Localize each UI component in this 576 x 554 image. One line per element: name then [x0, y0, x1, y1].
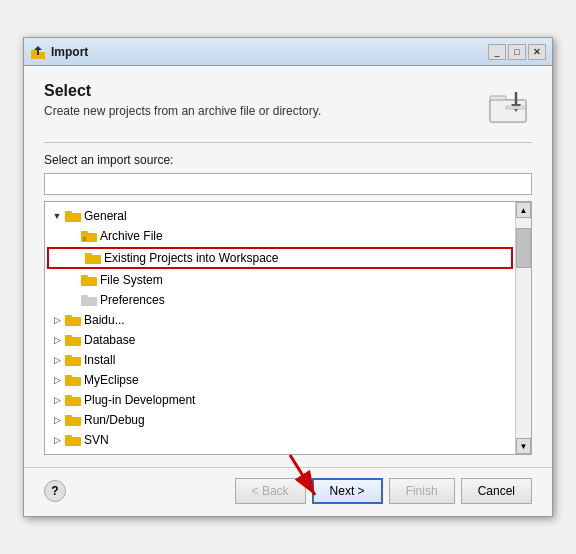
maximize-button[interactable]: □ [508, 44, 526, 60]
svg-rect-32 [65, 415, 72, 419]
tree-item-general[interactable]: ▼ General [45, 206, 515, 226]
expand-run-debug[interactable]: ▷ [49, 412, 65, 428]
header-text: Select Create new projects from an archi… [44, 82, 484, 118]
tree-item-file-system[interactable]: ▷ File System [45, 270, 515, 290]
baidu-label: Baidu... [84, 313, 125, 327]
folder-database-icon [65, 333, 81, 347]
scroll-thumb[interactable] [516, 228, 531, 268]
button-row: ? < Back Next > Finish Cancel [44, 478, 532, 504]
folder-baidu-icon [65, 313, 81, 327]
svg-rect-9 [506, 106, 526, 109]
title-bar-left: Import [30, 44, 88, 60]
window-title: Import [51, 45, 88, 59]
expand-general[interactable]: ▼ [49, 208, 65, 224]
expand-baidu[interactable]: ▷ [49, 312, 65, 328]
svg-marker-2 [34, 46, 42, 50]
general-label: General [84, 209, 127, 223]
svg-rect-26 [65, 355, 72, 359]
dialog-footer: ? < Back Next > Finish Cancel [24, 467, 552, 516]
expand-myeclipse[interactable]: ▷ [49, 372, 65, 388]
dialog-title: Select [44, 82, 484, 100]
title-bar: Import _ □ ✕ [24, 38, 552, 66]
plugin-dev-label: Plug-in Development [84, 393, 195, 407]
folder-general-icon [65, 209, 81, 223]
tree-item-archive-file[interactable]: ▷ ≡ Archive File [45, 226, 515, 246]
folder-run-debug-icon [65, 413, 81, 427]
tree-item-svn[interactable]: ▷ SVN [45, 430, 515, 450]
tree-item-install[interactable]: ▷ Install [45, 350, 515, 370]
tree-container: ▼ General ▷ ≡ Archive File [44, 201, 532, 455]
database-label: Database [84, 333, 135, 347]
folder-myeclipse-icon [65, 373, 81, 387]
tree-item-run-debug[interactable]: ▷ Run/Debug [45, 410, 515, 430]
source-label: Select an import source: [44, 153, 532, 167]
archive-file-label: Archive File [100, 229, 163, 243]
scroll-track[interactable] [516, 218, 531, 438]
svg-rect-1 [31, 50, 38, 53]
scroll-up[interactable]: ▲ [516, 202, 531, 218]
svg-rect-11 [65, 211, 72, 215]
folder-archive-icon: ≡ [81, 229, 97, 243]
svg-rect-24 [65, 335, 72, 339]
finish-button[interactable]: Finish [389, 478, 455, 504]
file-system-label: File System [100, 273, 163, 287]
svg-rect-16 [85, 253, 92, 257]
dialog-content: Select Create new projects from an archi… [24, 66, 552, 467]
back-button[interactable]: < Back [235, 478, 306, 504]
tree-item-plugin-dev[interactable]: ▷ Plug-in Development [45, 390, 515, 410]
svg-rect-34 [65, 435, 72, 439]
expand-svn[interactable]: ▷ [49, 432, 65, 448]
folder-plugin-icon [65, 393, 81, 407]
tree-content[interactable]: ▼ General ▷ ≡ Archive File [45, 202, 515, 454]
svg-text:≡: ≡ [83, 236, 87, 242]
folder-existing-icon [85, 251, 101, 265]
header-icon [484, 82, 532, 130]
dialog-subtitle: Create new projects from an archive file… [44, 104, 484, 118]
svg-rect-13 [81, 231, 88, 235]
next-button[interactable]: Next > [312, 478, 383, 504]
tree-scrollbar[interactable]: ▲ ▼ [515, 202, 531, 454]
expand-install[interactable]: ▷ [49, 352, 65, 368]
minimize-button[interactable]: _ [488, 44, 506, 60]
nav-buttons: < Back Next > Finish Cancel [235, 478, 532, 504]
tree-item-baidu[interactable]: ▷ Baidu... [45, 310, 515, 330]
tree-item-preferences[interactable]: ▷ Preferences [45, 290, 515, 310]
svg-rect-6 [490, 100, 526, 122]
import-folder-icon [488, 86, 528, 126]
svg-rect-20 [81, 295, 88, 299]
search-input[interactable] [44, 173, 532, 195]
folder-preferences-icon [81, 293, 97, 307]
folder-filesystem-icon [81, 273, 97, 287]
install-label: Install [84, 353, 115, 367]
existing-projects-label: Existing Projects into Workspace [104, 251, 279, 265]
svg-rect-30 [65, 395, 72, 399]
scroll-down[interactable]: ▼ [516, 438, 531, 454]
svg-rect-22 [65, 315, 72, 319]
svg-rect-18 [81, 275, 88, 279]
tree-item-existing-projects[interactable]: ▷ Existing Projects into Workspace [47, 247, 513, 269]
title-buttons: _ □ ✕ [488, 44, 546, 60]
svn-label: SVN [84, 433, 109, 447]
expand-database[interactable]: ▷ [49, 332, 65, 348]
header-divider [44, 142, 532, 143]
import-dialog: Import _ □ ✕ Select Create new projects … [23, 37, 553, 517]
cancel-button[interactable]: Cancel [461, 478, 532, 504]
help-button[interactable]: ? [44, 480, 66, 502]
header-section: Select Create new projects from an archi… [44, 82, 532, 130]
title-icon [30, 44, 46, 60]
svg-rect-28 [65, 375, 72, 379]
folder-install-icon [65, 353, 81, 367]
myeclipse-label: MyEclipse [84, 373, 139, 387]
tree-item-myeclipse[interactable]: ▷ MyEclipse [45, 370, 515, 390]
close-button[interactable]: ✕ [528, 44, 546, 60]
svg-rect-3 [37, 50, 39, 55]
tree-item-database[interactable]: ▷ Database [45, 330, 515, 350]
run-debug-label: Run/Debug [84, 413, 145, 427]
folder-svn-icon [65, 433, 81, 447]
preferences-label: Preferences [100, 293, 165, 307]
expand-plugin[interactable]: ▷ [49, 392, 65, 408]
